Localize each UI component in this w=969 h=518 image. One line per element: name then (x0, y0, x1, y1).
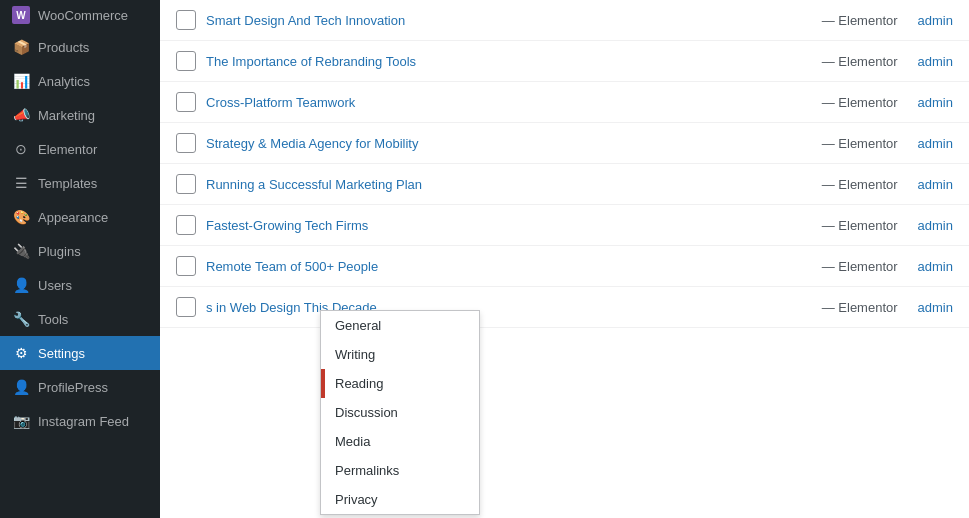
sidebar-item-label: Elementor (38, 142, 97, 157)
post-title-link[interactable]: Smart Design And Tech Innovation (206, 13, 818, 28)
post-suffix: — Elementor (818, 259, 897, 274)
row-checkbox[interactable] (176, 215, 196, 235)
sidebar-item-profilepress[interactable]: 👤 ProfilePress (0, 370, 160, 404)
sidebar-item-label: Marketing (38, 108, 95, 123)
users-icon: 👤 (12, 276, 30, 294)
row-checkbox[interactable] (176, 51, 196, 71)
row-checkbox[interactable] (176, 10, 196, 30)
row-checkbox[interactable] (176, 133, 196, 153)
products-icon: 📦 (12, 38, 30, 56)
post-title-link[interactable]: Remote Team of 500+ People (206, 259, 818, 274)
post-author-link[interactable]: admin (898, 13, 953, 28)
dropdown-item-permalinks[interactable]: Permalinks (321, 456, 479, 485)
table-row: Strategy & Media Agency for Mobility — E… (160, 123, 969, 164)
appearance-icon: 🎨 (12, 208, 30, 226)
post-title-link[interactable]: Running a Successful Marketing Plan (206, 177, 818, 192)
dropdown-item-discussion[interactable]: Discussion (321, 398, 479, 427)
marketing-icon: 📣 (12, 106, 30, 124)
sidebar-item-label: WooCommerce (38, 8, 128, 23)
post-author-link[interactable]: admin (898, 218, 953, 233)
sidebar-item-elementor[interactable]: ⊙ Elementor (0, 132, 160, 166)
post-title-link[interactable]: The Importance of Rebranding Tools (206, 54, 818, 69)
table-row: Remote Team of 500+ People — Elementor a… (160, 246, 969, 287)
post-author-link[interactable]: admin (898, 95, 953, 110)
instagram-icon: 📷 (12, 412, 30, 430)
dropdown-item-privacy[interactable]: Privacy (321, 485, 479, 514)
sidebar-item-templates[interactable]: ☰ Templates (0, 166, 160, 200)
sidebar-item-instagram-feed[interactable]: 📷 Instagram Feed (0, 404, 160, 438)
table-row: s in Web Design This Decade — Elementor … (160, 287, 969, 328)
sidebar-item-appearance[interactable]: 🎨 Appearance (0, 200, 160, 234)
row-checkbox[interactable] (176, 174, 196, 194)
sidebar: W WooCommerce 📦 Products 📊 Analytics 📣 M… (0, 0, 160, 518)
dropdown-item-general[interactable]: General (321, 311, 479, 340)
tools-icon: 🔧 (12, 310, 30, 328)
dropdown-item-reading[interactable]: Reading (321, 369, 479, 398)
sidebar-item-woocommerce[interactable]: W WooCommerce (0, 0, 160, 30)
sidebar-item-label: ProfilePress (38, 380, 108, 395)
dropdown-item-writing[interactable]: Writing (321, 340, 479, 369)
post-suffix: — Elementor (818, 54, 897, 69)
table-row: Cross-Platform Teamwork — Elementor admi… (160, 82, 969, 123)
sidebar-item-users[interactable]: 👤 Users (0, 268, 160, 302)
sidebar-item-tools[interactable]: 🔧 Tools (0, 302, 160, 336)
sidebar-item-label: Products (38, 40, 89, 55)
sidebar-item-label: Appearance (38, 210, 108, 225)
elementor-icon: ⊙ (12, 140, 30, 158)
sidebar-item-label: Settings (38, 346, 85, 361)
plugins-icon: 🔌 (12, 242, 30, 260)
post-suffix: — Elementor (818, 177, 897, 192)
post-suffix: — Elementor (818, 13, 897, 28)
row-checkbox[interactable] (176, 297, 196, 317)
table-row: Smart Design And Tech Innovation — Eleme… (160, 0, 969, 41)
post-title-link[interactable]: s in Web Design This Decade (206, 300, 818, 315)
sidebar-item-analytics[interactable]: 📊 Analytics (0, 64, 160, 98)
templates-icon: ☰ (12, 174, 30, 192)
sidebar-item-products[interactable]: 📦 Products (0, 30, 160, 64)
sidebar-item-settings[interactable]: ⚙ Settings (0, 336, 160, 370)
sidebar-item-label: Analytics (38, 74, 90, 89)
post-title-link[interactable]: Strategy & Media Agency for Mobility (206, 136, 818, 151)
row-checkbox[interactable] (176, 92, 196, 112)
sidebar-item-label: Instagram Feed (38, 414, 129, 429)
dropdown-item-media[interactable]: Media (321, 427, 479, 456)
table-row: Fastest-Growing Tech Firms — Elementor a… (160, 205, 969, 246)
post-author-link[interactable]: admin (898, 54, 953, 69)
settings-dropdown-menu: General Writing Reading Discussion Media… (320, 310, 480, 515)
post-title-link[interactable]: Cross-Platform Teamwork (206, 95, 818, 110)
post-suffix: — Elementor (818, 95, 897, 110)
post-suffix: — Elementor (818, 218, 897, 233)
post-author-link[interactable]: admin (898, 300, 953, 315)
main-content: Smart Design And Tech Innovation — Eleme… (160, 0, 969, 518)
sidebar-item-label: Plugins (38, 244, 81, 259)
post-suffix: — Elementor (818, 136, 897, 151)
sidebar-item-label: Tools (38, 312, 68, 327)
table-row: The Importance of Rebranding Tools — Ele… (160, 41, 969, 82)
sidebar-item-label: Templates (38, 176, 97, 191)
post-author-link[interactable]: admin (898, 177, 953, 192)
post-author-link[interactable]: admin (898, 136, 953, 151)
row-checkbox[interactable] (176, 256, 196, 276)
profilepress-icon: 👤 (12, 378, 30, 396)
post-author-link[interactable]: admin (898, 259, 953, 274)
woocommerce-icon: W (12, 6, 30, 24)
sidebar-item-plugins[interactable]: 🔌 Plugins (0, 234, 160, 268)
table-row: Running a Successful Marketing Plan — El… (160, 164, 969, 205)
sidebar-item-marketing[interactable]: 📣 Marketing (0, 98, 160, 132)
sidebar-item-label: Users (38, 278, 72, 293)
analytics-icon: 📊 (12, 72, 30, 90)
settings-icon: ⚙ (12, 344, 30, 362)
post-suffix: — Elementor (818, 300, 897, 315)
post-title-link[interactable]: Fastest-Growing Tech Firms (206, 218, 818, 233)
